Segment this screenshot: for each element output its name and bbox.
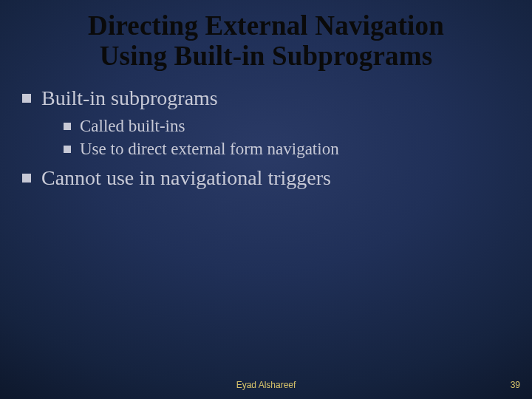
bullet-text: Built-in subprograms [41, 85, 218, 111]
slide: Directing External Navigation Using Buil… [0, 0, 532, 399]
bullet-level1: Built-in subprograms [22, 85, 510, 111]
bullet-text: Called built-ins [80, 115, 185, 137]
bullet-text: Cannot use in navigational triggers [41, 165, 331, 191]
bullet-text: Use to direct external form navigation [80, 138, 339, 160]
bullet-level2: Use to direct external form navigation [64, 138, 510, 160]
slide-body: Built-in subprograms Called built-ins Us… [0, 75, 532, 191]
footer-author: Eyad Alshareef [0, 380, 532, 390]
square-bullet-icon [64, 146, 71, 153]
square-bullet-icon [22, 94, 31, 103]
bullet-level2: Called built-ins [64, 115, 510, 137]
title-line-2: Using Built-in Subprograms [100, 41, 433, 71]
title-line-1: Directing External Navigation [88, 10, 444, 41]
slide-title: Directing External Navigation Using Buil… [0, 0, 532, 75]
bullet-level1: Cannot use in navigational triggers [22, 165, 510, 191]
square-bullet-icon [64, 123, 71, 130]
square-bullet-icon [22, 174, 31, 183]
footer-page-number: 39 [511, 380, 520, 390]
